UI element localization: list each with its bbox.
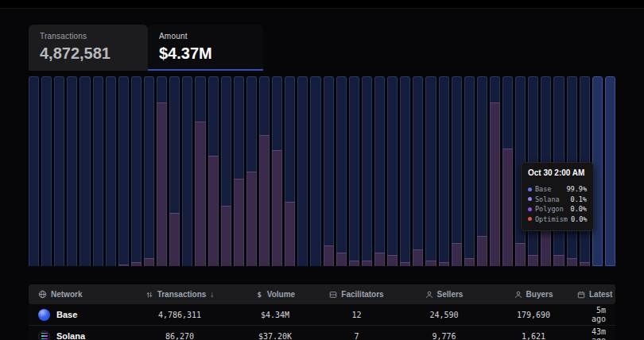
chart-bar[interactable] (477, 76, 487, 266)
chart-bar[interactable] (106, 76, 116, 266)
rows-box-icon (329, 291, 337, 299)
chart-bar[interactable] (208, 76, 219, 266)
chart-bar[interactable] (336, 76, 347, 266)
chart-bar[interactable] (605, 76, 615, 266)
table-header: Network Transactions ↓ $ Volume Facilita… (29, 284, 615, 304)
tooltip-value: 0.0% (571, 214, 587, 225)
col-latest[interactable]: Latest (577, 290, 622, 299)
chart-bar[interactable] (310, 76, 320, 266)
polygon-segment (144, 258, 154, 266)
base-segment (106, 76, 116, 266)
tooltip-label: Solana (535, 195, 568, 205)
chart-bar[interactable] (131, 76, 142, 266)
chart-bar[interactable] (324, 76, 334, 266)
table-row-solana[interactable]: Solana 86,270 $37.20K 7 9,776 1,621 43m … (29, 326, 615, 340)
chart-bar[interactable] (452, 76, 462, 266)
polygon-segment (157, 102, 167, 266)
chart-bar[interactable] (67, 76, 77, 266)
chart-bar[interactable] (118, 76, 129, 266)
col-sellers[interactable]: Sellers (398, 290, 490, 299)
sellers-cell: 9,776 (398, 332, 490, 340)
col-buyers[interactable]: Buyers (490, 290, 577, 299)
chart-bar[interactable] (374, 76, 385, 266)
transactions-cell: 4,786,311 (124, 311, 235, 319)
sort-desc-icon: ↓ (210, 290, 214, 299)
chart-bar[interactable] (182, 76, 192, 266)
chart-bar[interactable] (246, 76, 257, 266)
chart-bar[interactable] (221, 76, 231, 266)
tooltip-row-optimism: Optimism 0.0% (528, 214, 587, 225)
tooltip-label: Base (535, 184, 563, 195)
polygon-segment (567, 258, 577, 266)
chart-bar[interactable] (272, 76, 282, 266)
polygon-segment (246, 172, 257, 267)
base-segment (67, 76, 77, 266)
chart-bar[interactable] (54, 76, 64, 266)
tooltip-value: 0.0% (571, 204, 587, 214)
base-segment (29, 76, 39, 266)
tooltip-label: Polygon (535, 204, 568, 214)
base-segment (221, 76, 231, 206)
tab-amount[interactable]: Amount $4.37M (148, 25, 263, 71)
facilitators-cell: 12 (315, 311, 398, 319)
base-logo-icon (38, 309, 50, 321)
chart-bar[interactable] (413, 76, 423, 266)
chart-bar[interactable] (144, 76, 154, 266)
tooltip-row-polygon: Polygon 0.0% (528, 204, 587, 214)
col-transactions[interactable]: Transactions ↓ (124, 290, 235, 299)
chart-bar[interactable] (362, 76, 372, 266)
chart-bar[interactable] (195, 76, 205, 266)
col-latest-label: Latest (589, 290, 612, 299)
col-volume[interactable]: $ Volume (235, 290, 315, 299)
tab-transactions[interactable]: Transactions 4,872,581 (29, 25, 148, 71)
polygon-segment (285, 202, 295, 266)
dollar-icon: $ (255, 290, 263, 299)
polygon-segment (502, 149, 513, 266)
col-sellers-label: Sellers (437, 290, 464, 299)
polygon-segment (400, 262, 410, 266)
tooltip-value: 0.1% (571, 195, 587, 205)
polygon-segment (259, 135, 270, 266)
table-row-base[interactable]: Base 4,786,311 $4.34M 12 24,590 179,690 … (29, 304, 615, 326)
base-segment (246, 76, 257, 172)
chart-bar[interactable] (387, 76, 398, 266)
chart-bar[interactable] (425, 76, 436, 266)
col-facilitators-label: Facilitators (341, 290, 383, 299)
chart-bar[interactable] (169, 76, 180, 266)
col-network[interactable]: Network (29, 290, 124, 299)
col-facilitators[interactable]: Facilitators (315, 290, 398, 299)
svg-text:$: $ (257, 290, 262, 299)
base-segment (182, 76, 192, 266)
base-segment (400, 76, 410, 262)
chart-bar[interactable] (29, 76, 39, 266)
chart-bar[interactable] (234, 76, 244, 266)
polygon-segment (272, 150, 282, 266)
chart-bar[interactable] (464, 76, 475, 266)
chart-bar[interactable] (349, 76, 359, 266)
tooltip-label: Optimism (535, 214, 568, 225)
polygon-segment (528, 255, 538, 266)
chart-bar[interactable] (502, 76, 513, 266)
base-segment (144, 76, 154, 258)
base-segment (285, 76, 295, 202)
polygon-segment (362, 261, 372, 266)
chart-bar[interactable] (400, 76, 410, 266)
chart-bar[interactable] (439, 76, 449, 266)
amount-label: Amount (159, 32, 252, 41)
base-segment (387, 76, 398, 255)
chart-bar[interactable] (93, 76, 103, 266)
chart-bar[interactable] (297, 76, 308, 266)
chart-bar[interactable] (80, 76, 90, 266)
polygon-segment (515, 243, 526, 266)
polygon-segment (413, 249, 423, 267)
base-segment (195, 76, 205, 122)
col-network-label: Network (51, 290, 82, 299)
polygon-legend-dot (528, 207, 532, 211)
chart-bar[interactable] (285, 76, 295, 266)
chart-bar[interactable] (259, 76, 270, 266)
base-segment (54, 76, 64, 266)
chart-bar[interactable] (157, 76, 167, 266)
chart-bar[interactable] (490, 76, 500, 266)
col-volume-label: Volume (267, 290, 295, 299)
chart-bar[interactable] (41, 76, 52, 266)
